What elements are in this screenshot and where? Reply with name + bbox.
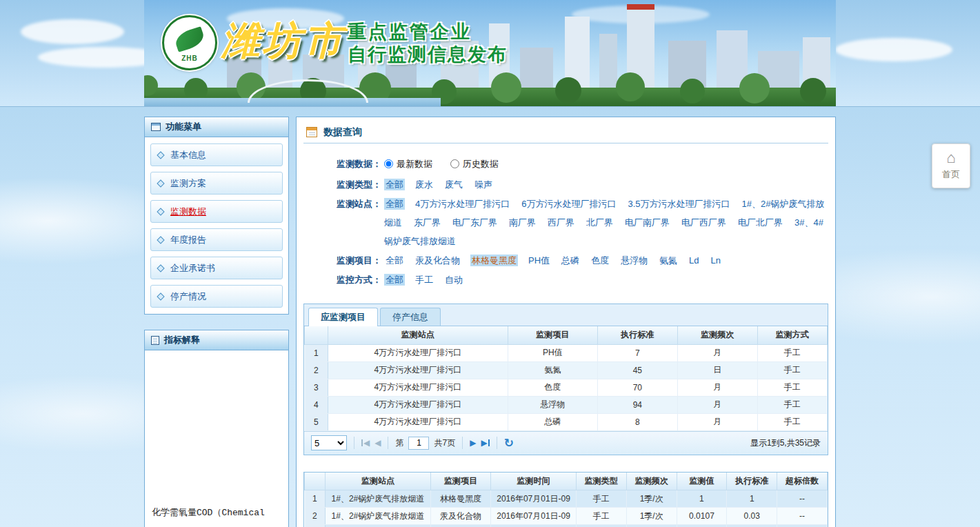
filter-option[interactable]: 林格曼黑度: [470, 255, 518, 266]
column-header[interactable]: 执行标准: [727, 473, 777, 490]
filter-option[interactable]: 氨氮: [658, 255, 679, 266]
radio-input[interactable]: [384, 159, 393, 168]
filter-option[interactable]: 电厂南厂界: [623, 217, 671, 228]
table-row[interactable]: 5 4万方污水处理厂排污口 总磷 8 月 手工: [305, 413, 828, 430]
sidebar-item[interactable]: 基本信息: [150, 143, 283, 166]
next-page-button[interactable]: ▶: [470, 439, 476, 447]
cell-station: 4万方污水处理厂排污口: [328, 344, 508, 361]
filter-option[interactable]: 全部: [384, 255, 405, 266]
row-number: 3: [305, 379, 328, 396]
filter-option[interactable]: 东厂界: [412, 217, 442, 228]
filter-option[interactable]: Ld: [688, 255, 700, 266]
refresh-button[interactable]: ↻: [504, 437, 514, 449]
cell-standard: 0.03: [727, 525, 777, 527]
table-row[interactable]: 2 4万方污水处理厂排污口 氨氮 45 日 手工: [305, 361, 828, 379]
filter-option[interactable]: 全部: [384, 198, 405, 210]
cell-ratio: --: [777, 490, 828, 508]
indicator-title: 指标解释: [164, 334, 200, 346]
column-header[interactable]: 监测项目: [508, 326, 597, 344]
column-header[interactable]: 监测时间: [491, 473, 577, 490]
radio-option[interactable]: 最新数据: [384, 155, 432, 173]
table-row[interactable]: 1 1#、2#锅炉废气排放烟道 林格曼黑度 2016年07月01日-09 手工 …: [305, 490, 828, 508]
cell-item: 汞及化合物: [430, 525, 490, 527]
row-number: 2: [305, 508, 326, 525]
monitoring-items-table: 监测站点监测项目执行标准监测频次监测方式 1 4万方污水处理厂排污口 PH值 7…: [304, 326, 828, 431]
filter-option[interactable]: 自动: [443, 274, 464, 286]
filter-option[interactable]: Ln: [710, 255, 722, 266]
sidebar-item[interactable]: 监测数据: [150, 200, 283, 223]
filter-option[interactable]: 全部: [384, 274, 405, 286]
sidebar-item[interactable]: 企业承诺书: [150, 257, 283, 279]
filter-option[interactable]: PH值: [527, 255, 551, 266]
filter-option[interactable]: 电厂东厂界: [451, 217, 499, 228]
filter-label: 监测类型：: [337, 175, 381, 194]
table-row[interactable]: 4 4万方污水处理厂排污口 悬浮物 94 月 手工: [305, 396, 828, 413]
column-header[interactable]: 监测类型: [576, 473, 626, 490]
sidebar-item[interactable]: 停产情况: [150, 285, 283, 308]
filter-option[interactable]: 西厂界: [546, 217, 576, 228]
filter-option[interactable]: 3.5万方污水处理厂排污口: [626, 198, 731, 210]
column-header[interactable]: 监测项目: [430, 473, 490, 490]
site-subtitle-line2: 自行监测信息发布: [348, 43, 508, 66]
table-row[interactable]: 3 3#、4#锅炉废气排放烟道 汞及化合物 2016年07月01日-09 手工 …: [305, 525, 828, 527]
cell-station: 1#、2#锅炉废气排放烟道: [326, 490, 431, 508]
cell-method: 手工: [757, 344, 827, 361]
filter-option[interactable]: 全部: [384, 179, 405, 190]
last-page-button[interactable]: ▶: [481, 439, 489, 447]
cell-standard: 70: [597, 379, 677, 396]
filter-option[interactable]: 6万方污水处理厂排污口: [520, 198, 617, 210]
column-header[interactable]: 执行标准: [597, 326, 677, 344]
page-size-select[interactable]: 5: [311, 435, 347, 450]
column-header[interactable]: [305, 326, 328, 344]
banner-city-photo: ZHB 潍坊市 重点监管企业 自行监测信息发布: [144, 0, 836, 107]
sidebar-item[interactable]: 年度报告: [150, 228, 283, 251]
filter-option[interactable]: 总磷: [560, 255, 581, 266]
column-header[interactable]: [305, 473, 326, 490]
column-header[interactable]: 监测频次: [626, 473, 677, 490]
filter-option[interactable]: 手工: [414, 274, 434, 286]
table-header-row: 监测站点监测项目监测时间监测类型监测频次监测值执行标准超标倍数: [305, 473, 828, 490]
filter-row-data: 监测数据： 最新数据 历史数据: [337, 155, 826, 175]
cell-type: 手工: [576, 525, 626, 527]
filter-row-station: 监测站点： 全部4万方污水处理厂排污口6万方污水处理厂排污口3.5万方污水处理厂…: [337, 195, 826, 250]
sidebar-item[interactable]: 监测方案: [150, 172, 283, 195]
cell-station: 4万方污水处理厂排污口: [328, 413, 508, 430]
prev-page-button[interactable]: ◀: [374, 439, 381, 447]
filter-option[interactable]: 色度: [590, 255, 610, 266]
column-header[interactable]: 超标倍数: [777, 473, 828, 490]
column-header[interactable]: 监测站点: [326, 473, 431, 490]
row-number: 3: [305, 525, 326, 527]
pager-separator: [497, 437, 497, 449]
filter-option[interactable]: 电厂西厂界: [680, 217, 728, 228]
site-subtitle: 重点监管企业 自行监测信息发布: [348, 21, 508, 66]
column-header[interactable]: 监测值: [677, 473, 727, 490]
page-number-input[interactable]: [408, 437, 429, 450]
filter-option[interactable]: 南厂界: [508, 217, 537, 228]
home-button[interactable]: ⌂ 首页: [932, 143, 970, 188]
radio-option[interactable]: 历史数据: [450, 155, 499, 173]
column-header[interactable]: 监测站点: [328, 326, 508, 344]
sidebar: 功能菜单 基本信息 监测方案 监测数据: [144, 117, 289, 527]
filter-option[interactable]: 悬浮物: [619, 255, 649, 266]
table-row[interactable]: 3 4万方污水处理厂排污口 色度 70 月 手工: [305, 379, 828, 396]
filter-option[interactable]: 废水: [414, 179, 434, 190]
filter-option[interactable]: 北厂界: [585, 217, 614, 228]
first-page-button[interactable]: ◀: [361, 439, 370, 447]
column-header[interactable]: 监测方式: [757, 326, 827, 344]
filter-option[interactable]: 汞及化合物: [414, 255, 461, 266]
filter-option[interactable]: 电厂北厂界: [737, 217, 784, 228]
filter-option[interactable]: 废气: [443, 179, 464, 190]
cell-ratio: --: [777, 508, 828, 525]
tab[interactable]: 应监测项目: [308, 308, 378, 326]
row-number: 1: [305, 490, 326, 508]
cell-standard: 1: [727, 490, 777, 508]
total-pages-label: 共7页: [434, 437, 455, 449]
column-header[interactable]: 监测频次: [677, 326, 757, 344]
filter-option[interactable]: 4万方污水处理厂排污口: [414, 198, 511, 210]
cell-ratio: --: [777, 525, 828, 527]
filter-option[interactable]: 噪声: [473, 179, 494, 190]
radio-input[interactable]: [450, 159, 459, 168]
table-row[interactable]: 2 1#、2#锅炉废气排放烟道 汞及化合物 2016年07月01日-09 手工 …: [305, 508, 828, 525]
tab[interactable]: 停产信息: [380, 308, 441, 326]
table-row[interactable]: 1 4万方污水处理厂排污口 PH值 7 月 手工: [305, 344, 828, 361]
